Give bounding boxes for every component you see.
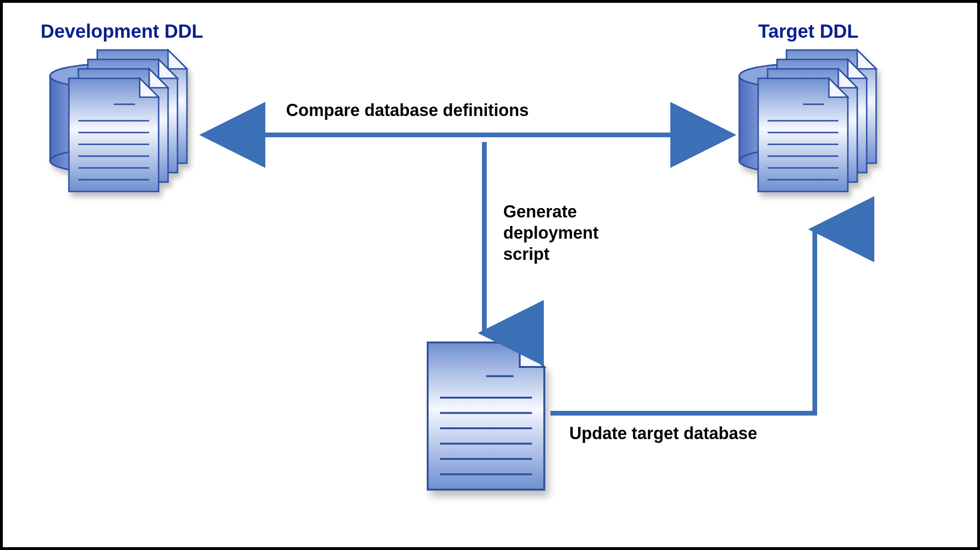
deployment-script-icon (428, 342, 544, 490)
development-ddl-icon (50, 50, 187, 192)
step-generate-label: Generate deployment script (503, 201, 599, 265)
step-update-label: Update target database (569, 423, 757, 444)
target-ddl-title: Target DDL (758, 21, 859, 42)
development-ddl-title: Development DDL (41, 21, 203, 42)
target-ddl-icon (739, 50, 876, 192)
diagram-canvas (3, 3, 977, 547)
step-compare-label: Compare database definitions (286, 100, 529, 121)
